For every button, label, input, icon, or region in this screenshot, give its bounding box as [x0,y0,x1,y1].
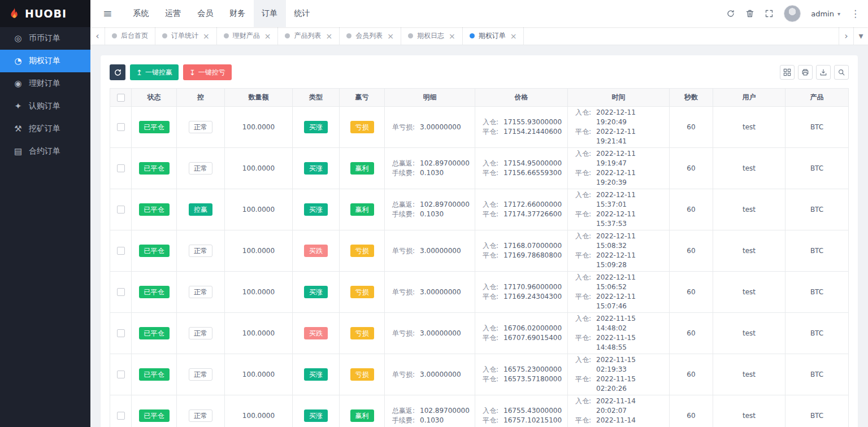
force-lose-button[interactable]: ↧ 一键控亏 [183,64,232,80]
seconds-cell: 60 [670,230,713,272]
column-header: 类型 [293,89,340,107]
row-checkbox[interactable] [117,247,125,255]
status-badge[interactable]: 已平仓 [139,121,170,133]
seconds-cell: 60 [670,189,713,230]
table-options [780,65,849,80]
cell-value: 17169.78680800 [504,251,562,260]
force-win-button[interactable]: ↥ 一键控赢 [130,64,179,80]
cell-label: 入仓: [483,324,498,333]
cell-value: 2022-11-15 14:48:55 [596,333,667,352]
tabs-menu-icon[interactable]: ▾ [853,27,868,45]
select-all-checkbox[interactable] [117,94,125,102]
arrow-down-bar-icon: ↧ [189,68,196,77]
tab-close-icon[interactable]: × [264,32,271,41]
control-badge[interactable]: 正常 [189,409,212,422]
tab-close-icon[interactable]: × [387,32,394,41]
tab-2[interactable]: 理财产品× [217,27,279,45]
sidebar-item-5[interactable]: ▤合约订单 [0,140,90,163]
status-badge[interactable]: 已平仓 [139,286,170,298]
sidebar-item-label: 币币订单 [29,33,60,43]
control-badge[interactable]: 控赢 [189,203,212,216]
app-root: HUOBI ◎币币订单◔期权订单◉理财订单✦认购订单⚒挖矿订单▤合约订单 ≡ 系… [0,0,868,427]
trash-icon[interactable] [745,9,754,18]
price-cell: 入仓:16755.43000000平仓:16757.10215100 [475,395,568,427]
search-icon[interactable] [834,65,849,80]
user-avatar[interactable] [784,5,801,22]
tab-close-icon[interactable]: × [203,32,210,41]
sidebar-item-3[interactable]: ✦认购订单 [0,95,90,117]
sidebar-item-1[interactable]: ◔期权订单 [0,50,90,72]
cell-value: 3.00000000 [420,370,461,380]
top-menu-item-2[interactable]: 会员 [189,0,222,27]
status-badge[interactable]: 已平仓 [139,245,170,257]
user-menu-caret-icon[interactable]: ▾ [837,11,840,17]
cell-value: 17170.96000000 [504,282,562,292]
cell-label: 入仓: [575,232,591,241]
product-cell: BTC [785,148,849,189]
top-menu-item-5[interactable]: 统计 [286,0,318,27]
cell-value: 17154.95000000 [504,159,562,168]
top-menu-item-3[interactable]: 财务 [222,0,254,27]
table-refresh-button[interactable] [110,64,125,80]
status-badge[interactable]: 已平仓 [139,203,170,216]
cell-value: 2022-12-11 15:07:46 [596,292,667,311]
tab-6[interactable]: 期权订单× [463,27,524,45]
tab-5[interactable]: 期权日志× [401,27,463,45]
top-menu-item-4[interactable]: 订单 [254,0,286,27]
finance-orders-icon: ◉ [14,79,23,89]
column-header: 控 [177,89,225,107]
sidebar-item-0[interactable]: ◎币币订单 [0,27,90,50]
control-badge[interactable]: 正常 [189,327,212,339]
control-badge[interactable]: 正常 [189,121,212,133]
sidebar-item-4[interactable]: ⚒挖矿订单 [0,117,90,140]
sidebar-item-2[interactable]: ◉理财订单 [0,72,90,95]
tabs-scroll-right-icon[interactable]: › [839,27,853,45]
top-menu-item-1[interactable]: 运营 [157,0,189,27]
fullscreen-icon[interactable] [765,9,774,18]
control-badge[interactable]: 正常 [189,245,212,257]
result-badge: 亏损 [350,121,374,133]
table-row: 已平仓正常100.0000买涨亏损单亏损:3.00000000入仓:17155.… [110,107,849,148]
tab-dot-icon [162,33,167,38]
price-cell: 入仓:17168.07000000平仓:17169.78680800 [475,230,568,272]
row-checkbox[interactable] [117,288,125,296]
more-options-icon[interactable]: ⋮ [850,8,860,19]
username[interactable]: admin [811,10,834,18]
status-badge[interactable]: 已平仓 [139,368,170,381]
refresh-icon[interactable] [726,9,735,18]
status-badge[interactable]: 已平仓 [139,162,170,175]
column-header: 秒数 [670,89,713,107]
row-checkbox[interactable] [117,123,125,131]
column-header: 明细 [385,89,475,107]
tab-1[interactable]: 订单统计× [155,27,217,45]
status-badge[interactable]: 已平仓 [139,327,170,339]
brand-logo[interactable]: HUOBI [0,0,90,27]
row-checkbox[interactable] [117,206,125,213]
tab-3[interactable]: 产品列表× [278,27,340,45]
status-badge[interactable]: 已平仓 [139,409,170,422]
tabs-scroll-left-icon[interactable]: ‹ [90,27,105,45]
seconds-cell: 60 [670,395,713,427]
columns-icon[interactable] [780,65,795,80]
price-cell: 入仓:17155.93000000平仓:17154.21440600 [475,107,568,148]
control-badge[interactable]: 正常 [189,368,212,381]
control-badge[interactable]: 正常 [189,162,212,175]
tab-4[interactable]: 会员列表× [340,27,401,45]
top-menu-item-0[interactable]: 系统 [125,0,157,27]
tab-close-icon[interactable]: × [449,32,455,41]
control-badge[interactable]: 正常 [189,286,212,298]
row-checkbox[interactable] [117,412,125,420]
cell-label: 单亏损: [392,287,415,297]
export-icon[interactable] [816,65,831,80]
tab-0[interactable]: 后台首页 [105,27,155,45]
tab-label: 产品列表 [294,31,321,41]
sidebar-collapse-icon[interactable]: ≡ [90,7,125,20]
row-checkbox[interactable] [117,164,125,172]
printer-icon[interactable] [798,65,813,80]
row-checkbox[interactable] [117,329,125,337]
row-checkbox[interactable] [117,371,125,378]
tab-close-icon[interactable]: × [326,32,332,41]
result-badge: 赢利 [350,409,374,422]
tab-close-icon[interactable]: × [510,32,517,41]
force-win-label: 一键控赢 [145,68,172,77]
